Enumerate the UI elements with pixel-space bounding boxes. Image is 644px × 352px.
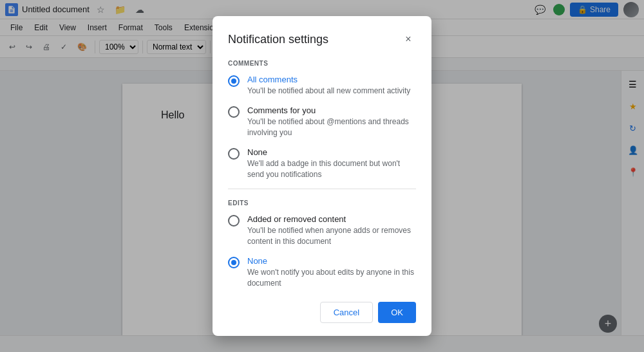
edits-section-label: EDITS [228,199,416,207]
radio-none-edits-text: None We won't notify you about edits by … [247,256,416,289]
notification-settings-dialog: Notification settings × COMMENTS All com… [213,16,431,335]
radio-added-removed[interactable]: Added or removed content You'll be notif… [228,214,416,247]
radio-added-removed-desc: You'll be notified when anyone adds or r… [247,225,416,247]
radio-comments-for-you-desc: You'll be notified about @mentions and t… [247,116,416,138]
radio-comments-for-you-text: Comments for you You'll be notified abou… [247,106,416,138]
radio-added-removed-circle [228,215,240,227]
section-divider [228,189,416,189]
docs-background: Untitled document ☆ 📁 ☁ 💬 🔒 Share File E… [0,0,644,352]
modal-footer: Cancel OK [228,302,416,323]
modal-title: Notification settings [228,33,328,46]
comments-section-label: COMMENTS [228,60,416,67]
radio-added-removed-title: Added or removed content [247,214,416,224]
radio-added-removed-text: Added or removed content You'll be notif… [247,214,416,247]
radio-all-comments-title: All comments [247,75,410,84]
radio-none-comments-circle [228,148,240,160]
ok-button[interactable]: OK [378,302,416,323]
radio-none-edits-title: None [247,256,416,266]
radio-none-edits-desc: We won't notify you about edits by anyon… [247,267,416,289]
radio-comments-for-you-title: Comments for you [247,106,416,115]
cancel-button[interactable]: Cancel [320,302,373,323]
radio-all-comments-text: All comments You'll be notified about al… [247,75,410,97]
radio-none-comments[interactable]: None We'll add a badge in this document … [228,147,416,180]
modal-header: Notification settings × [228,32,416,47]
radio-all-comments-desc: You'll be notified about all new comment… [247,86,410,97]
radio-comments-for-you[interactable]: Comments for you You'll be notified abou… [228,106,416,138]
modal-overlay: Notification settings × COMMENTS All com… [0,0,644,352]
radio-none-comments-title: None [247,147,416,157]
modal-close-button[interactable]: × [401,32,416,47]
radio-none-comments-desc: We'll add a badge in this document but w… [247,158,416,180]
radio-none-edits-circle [228,257,240,268]
radio-all-comments-circle [228,75,240,87]
radio-none-edits[interactable]: None We won't notify you about edits by … [228,256,416,289]
radio-none-comments-text: None We'll add a badge in this document … [247,147,416,180]
radio-comments-for-you-circle [228,106,240,118]
radio-all-comments[interactable]: All comments You'll be notified about al… [228,75,416,97]
